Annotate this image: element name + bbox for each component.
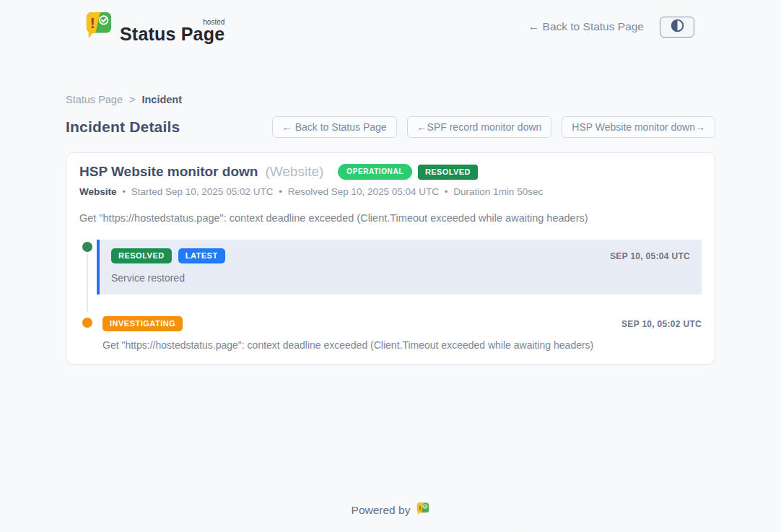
timeline-message: Get "https://hostedstatus.page": context… [102, 339, 702, 351]
investigating-badge: INVESTIGATING [102, 316, 183, 331]
svg-text:!: ! [419, 504, 422, 512]
statuspage-logo-icon-small[interactable]: ! [416, 502, 429, 519]
incident-meta: Website • Started Sep 10, 2025 05:02 UTC… [79, 186, 702, 197]
breadcrumb-status-page[interactable]: Status Page [66, 94, 123, 105]
incident-title: HSP Website monitor down [79, 164, 258, 180]
timeline-entry-highlight-box: RESOLVED LATEST SEP 10, 05:04 UTC Servic… [97, 240, 702, 295]
timeline-dot-orange [82, 318, 92, 328]
meta-started: Started Sep 10, 2025 05:02 UTC [131, 186, 274, 197]
meta-duration: Duration 1min 50sec [453, 186, 543, 197]
breadcrumb-incident: Incident [141, 94, 182, 105]
logo-superscript: hosted [203, 18, 224, 26]
timeline-message: Service restored [111, 272, 690, 284]
resolved-status-badge: RESOLVED [418, 165, 478, 180]
timeline-dot-green [82, 242, 92, 252]
page-title: Incident Details [66, 118, 180, 136]
breadcrumb-separator: > [129, 94, 135, 105]
main-content: Status Page > Incident Incident Details … [66, 94, 715, 532]
next-incident-button[interactable]: HSP Website monitor down→ [562, 116, 715, 138]
prev-incident-button[interactable]: ←SPF record monitor down [407, 116, 552, 138]
incident-nav-buttons: ← Back to Status Page ←SPF record monito… [272, 116, 715, 138]
breadcrumb: Status Page > Incident [66, 94, 715, 105]
incident-card: HSP Website monitor down (Website) OPERA… [66, 152, 715, 365]
header: ! hosted Status Page ← Back to Status Pa… [0, 0, 781, 43]
timeline-timestamp: SEP 10, 05:04 UTC [610, 251, 690, 261]
operational-status-badge: OPERATIONAL [338, 164, 412, 180]
logo-text: Status Page [120, 24, 224, 44]
incident-timeline: RESOLVED LATEST SEP 10, 05:04 UTC Servic… [79, 240, 702, 351]
app-logo[interactable]: ! hosted Status Page [85, 10, 224, 43]
meta-component: Website [79, 186, 117, 197]
incident-description: Get "https://hostedstatus.page": context… [79, 212, 702, 224]
theme-toggle-button[interactable] [660, 17, 694, 38]
timeline-timestamp: SEP 10, 05:02 UTC [621, 319, 702, 329]
back-to-status-page-link[interactable]: ← Back to Status Page [528, 20, 644, 33]
svg-text:!: ! [90, 14, 95, 31]
incident-component: (Website) [265, 164, 323, 180]
half-circle-icon [671, 19, 684, 35]
timeline-entry-resolved: RESOLVED LATEST SEP 10, 05:04 UTC Servic… [79, 240, 702, 295]
timeline-entry-investigating: INVESTIGATING SEP 10, 05:02 UTC Get "htt… [79, 315, 702, 351]
back-to-status-page-button[interactable]: ← Back to Status Page [272, 116, 397, 138]
statuspage-logo-icon: ! [85, 10, 113, 43]
meta-resolved: Resolved Sep 10, 2025 05:04 UTC [288, 186, 439, 197]
latest-badge: LATEST [178, 248, 225, 263]
powered-by-label: Powered by [352, 504, 411, 517]
footer: Powered by ! © 2025-10-08 14:10:34.77208… [66, 502, 715, 532]
resolved-badge: RESOLVED [111, 248, 172, 263]
